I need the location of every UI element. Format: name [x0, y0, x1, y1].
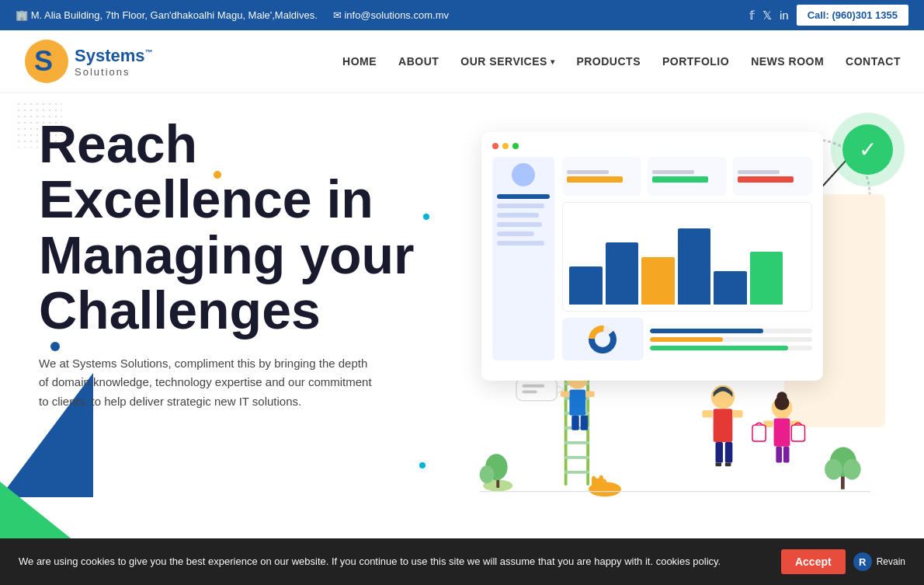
svg-point-10 [480, 465, 495, 483]
svg-rect-22 [561, 391, 569, 397]
dot-green [512, 143, 519, 149]
hero-title: Reach Excellence in Managing your Challe… [39, 117, 443, 339]
nav-portfolio[interactable]: PORTFOLIO [662, 55, 729, 68]
logo-icon: S [23, 38, 70, 85]
dot-yellow [502, 143, 509, 149]
metric-card-1 [562, 157, 641, 196]
svg-rect-37 [702, 410, 712, 418]
dot-red [492, 143, 498, 149]
svg-rect-29 [523, 390, 537, 393]
svg-rect-42 [725, 463, 731, 467]
svg-rect-24 [571, 416, 579, 430]
nav-links: HOME ABOUT OUR SERVICES ▾ PRODUCTS PORTF… [342, 55, 901, 68]
address: M. Alia Building, 7th Floor, Gan'dhakoal… [16, 9, 318, 21]
logo-text: Systems™ Solutions [75, 46, 153, 78]
metric-card-3 [733, 157, 812, 196]
progress-bars [650, 318, 812, 360]
metric-card-2 [648, 157, 727, 196]
svg-rect-23 [585, 391, 594, 397]
dashboard-row-2 [562, 318, 812, 360]
svg-rect-21 [569, 390, 585, 416]
dashboard-illustration: ✓ [443, 117, 885, 505]
dashboard-card [481, 132, 823, 381]
svg-rect-39 [716, 442, 724, 463]
nav-home[interactable]: HOME [342, 55, 377, 68]
svg-point-56 [843, 459, 861, 480]
svg-rect-19 [564, 471, 589, 474]
check-circle-icon: ✓ [842, 124, 893, 175]
svg-rect-47 [776, 447, 782, 463]
svg-rect-40 [725, 442, 733, 463]
call-button[interactable]: Call: (960)301 1355 [797, 5, 908, 26]
hero-left: Reach Excellence in Managing your Challe… [39, 117, 443, 544]
nav-about[interactable]: ABOUT [398, 55, 439, 68]
dashboard-dots [492, 143, 812, 149]
svg-rect-18 [564, 456, 589, 459]
svg-text:S: S [34, 45, 53, 77]
donut-chart [562, 318, 644, 360]
svg-rect-25 [581, 416, 589, 430]
facebook-icon[interactable]: 𝕗 [749, 9, 755, 23]
dashboard-content [492, 157, 812, 360]
navbar: S Systems™ Solutions HOME ABOUT OUR SERV… [0, 30, 924, 93]
svg-rect-17 [564, 441, 589, 444]
svg-point-33 [599, 475, 603, 483]
svg-rect-50 [791, 425, 804, 441]
email: info@solutions.com.mv [333, 9, 449, 21]
top-bar-left: M. Alia Building, 7th Floor, Gan'dhakoal… [16, 9, 449, 21]
svg-point-55 [825, 459, 842, 480]
nav-contact[interactable]: CONTACT [846, 55, 901, 68]
logo-tm: ™ [145, 47, 153, 56]
dashboard-main [562, 157, 812, 360]
mini-chart [562, 202, 812, 312]
svg-rect-44 [774, 419, 790, 447]
svg-point-32 [592, 476, 596, 484]
top-bar: M. Alia Building, 7th Floor, Gan'dhakoal… [0, 0, 924, 30]
svg-rect-38 [732, 410, 742, 418]
dashboard-sidebar [492, 157, 554, 360]
linkedin-icon[interactable]: in [780, 9, 789, 23]
svg-rect-48 [783, 447, 790, 463]
nav-newsroom[interactable]: NEWS ROOM [751, 55, 824, 68]
svg-rect-28 [523, 385, 545, 388]
logo-area: S Systems™ Solutions [23, 38, 153, 85]
cookie-banner: We are using cookies to give you the bes… [0, 538, 924, 544]
hero-right: ✓ [443, 117, 885, 544]
nav-services[interactable]: OUR SERVICES ▾ [460, 55, 554, 68]
svg-rect-36 [714, 409, 733, 442]
svg-rect-26 [516, 378, 557, 401]
avatar [512, 163, 535, 186]
hero-description: We at Systems Solutions, compliment this… [39, 354, 373, 412]
chevron-down-icon: ▾ [551, 57, 555, 66]
logo-sub: Solutions [75, 66, 153, 78]
logo-brand: Systems™ [75, 46, 153, 66]
svg-rect-49 [752, 425, 766, 441]
social-icons: 𝕗 𝕏 in [749, 9, 789, 23]
hero-section: Reach Excellence in Managing your Challe… [0, 93, 924, 544]
svg-rect-41 [716, 463, 722, 467]
svg-point-52 [776, 392, 787, 402]
nav-products[interactable]: PRODUCTS [576, 55, 641, 68]
twitter-icon[interactable]: 𝕏 [762, 9, 772, 23]
top-bar-right: 𝕗 𝕏 in Call: (960)301 1355 [749, 5, 908, 26]
